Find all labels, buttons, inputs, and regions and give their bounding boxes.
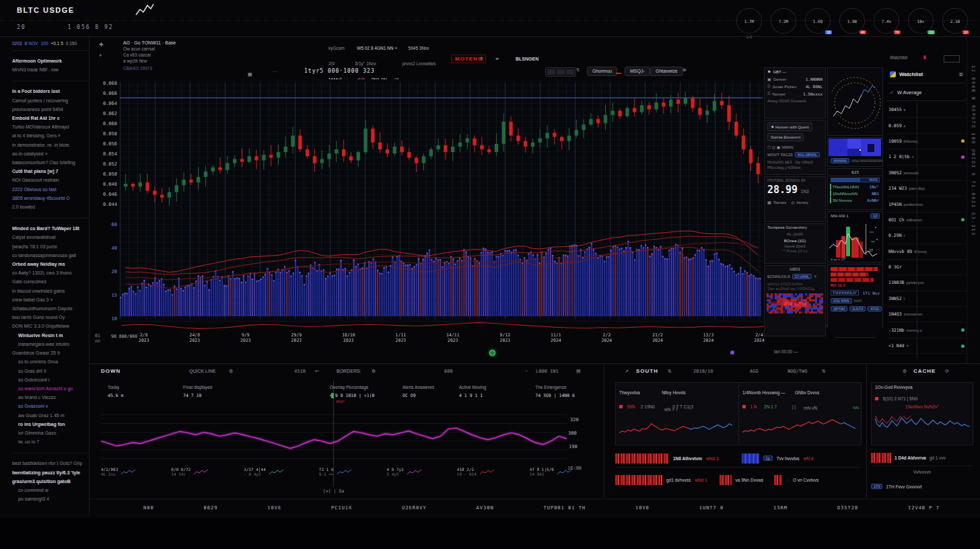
level-row[interactable]: TNvvNNLNNN 1Nv° [830,184,880,190]
sidebar-news-item[interactable]: ao brand c Viezzo [12,393,89,402]
sidebar-news-item[interactable]: aw Guab Graz 1.45 m [12,411,89,420]
watchlist-row[interactable]: 0 3Gr [887,260,966,275]
borders-gear-icon[interactable]: ⚙ [372,369,376,374]
sidebar-news-item[interactable]: previousness point 5494 [12,105,89,114]
status-bar-item[interactable]: I2V4B P 7 [908,505,940,511]
legend-link[interactable]: CBA/E0 19973 [123,66,176,71]
watchlist-row[interactable]: -321Nb vvvvvg o [887,322,966,338]
watchlist-row[interactable]: 3N052 wvnuvat [887,166,966,181]
event-marker-purple[interactable] [730,351,734,355]
signal-chip[interactable]: 4T20 [868,306,882,312]
sidebar-news-item[interactable]: ior Gimmina Gazo [12,429,89,437]
event-marker-green[interactable] [489,350,495,356]
watchlist-row[interactable]: 0O1 Ch vttbvwvn [887,213,966,228]
sidebar-news-item[interactable]: at to 4 blessing, Gers » [12,131,89,140]
signal-chip[interactable]: 1B°NN [831,306,847,312]
watchlist-row[interactable]: 234 W23 pam dop [887,181,966,196]
sidebar-news-item[interactable]: ro ins Urgwelbag fon [12,420,89,429]
watchlist-row[interactable]: 1N4Q3 zrzvvwvvn [887,307,966,322]
sidebar-news-item[interactable]: so Gras dril 9 [12,367,89,375]
blocks-chip[interactable]: NNNNN [831,158,849,163]
sidebar-news-item[interactable]: Calyst evonwaildroat [12,233,89,242]
sidebar-news-item[interactable]: so Gvazooni v [12,402,89,410]
pin-icon[interactable]: ✒ [495,57,499,62]
sidebar-news-item[interactable]: [wrachs 78:1 03 porsi [12,242,89,251]
status-bar-item[interactable]: 0029 [204,505,218,511]
sidebar-news-item[interactable]: so Gcborconil r [12,375,89,384]
watchlist-row[interactable]: 0.059 s [887,118,966,133]
status-bar-item[interactable]: O35T20 [837,505,858,511]
sidebar-news-item[interactable]: gras/urm3 quisition gatoB [12,477,89,486]
segment-3[interactable] [566,69,574,75]
crosshair-tool-icon[interactable]: ⌖ [99,52,102,59]
segment-1[interactable] [547,69,555,75]
watchlist-row[interactable]: 30455 s [887,102,966,118]
sidebar-news-item[interactable]: boo larris Guns round Oy [12,313,89,322]
info-row[interactable]: ⚿ Nonver 1.5Nxxxx [765,90,825,98]
status-bar-item[interactable]: U2ER0VY [402,505,427,511]
action-icons[interactable]: ⬡ ◴ ▣ NNNN [765,143,825,151]
candlestick-chart[interactable] [120,79,763,323]
status-bar-item[interactable]: 10V0 [635,505,650,511]
mid-sort-icon-2[interactable]: ⇅ [822,369,826,374]
status-bar-item[interactable]: AV30N [477,505,494,511]
distance-button[interactable]: Ghtavwize [650,67,683,76]
sidebar-news-item[interactable]: in biscod unwinded gains [12,287,89,295]
watchlist-filter[interactable]: ✓ W Average [887,85,966,101]
mid-sort-icon-1[interactable]: ⇅ [668,369,672,374]
sidebar-news-item[interactable]: co wanv.torri Asnachl o go [12,384,89,393]
overview-button[interactable]: Ghormou [587,67,617,76]
watchlist-alert-icon[interactable]: ▮ [923,54,926,60]
sliders-icon[interactable]: ≣ [682,67,687,73]
action-button-2[interactable]: Swinia Elovemnt [767,133,804,141]
mid-row1-label[interactable]: 1N8 Athvvtvm [673,456,702,461]
quickline-gear-icon[interactable]: ⚙ [229,369,233,374]
draw-tool-icon[interactable]: ✛ [99,42,104,48]
sidebar-news-item[interactable]: Carnot purters / recovering [12,96,89,105]
sidebar-news-item[interactable]: co Awty? 1302i, cwo 3 thono [12,268,89,277]
sidebar-news-item[interactable]: 2.0 bowled [12,203,89,211]
status-bar-item[interactable]: 13RM [773,505,788,511]
watchlist-row[interactable]: 1 2 0|5b + [887,149,966,165]
sidebar-news-item[interactable]: Gats currecimes [12,277,89,286]
depth-chip[interactable]: 2J uNNL [792,274,812,279]
sidebar-tag[interactable]: +0.1 5 [51,41,63,46]
info-row[interactable]: ▣ Genver 1.NNNNN [765,75,825,83]
watchlist-row[interactable]: 0.29N r [887,228,966,244]
watchlist-row[interactable]: <1 N4d = [887,338,966,354]
sidebar-news-item[interactable]: DON MIC 3.3.0 Grquttelww [12,322,89,330]
sidebar-news-item[interactable]: in demonstrator, re- in blots [12,141,89,149]
sidebar-tag[interactable]: 100 [41,41,48,46]
level-row[interactable]: 3N Nvvvvv AvNNr [830,197,880,203]
watchlist-row[interactable]: NNvvvb 09 60vvvy [887,244,966,260]
sidebar-news-item[interactable]: 2222 Obvious so fast [12,185,89,194]
status-bar-item[interactable]: 1UNT7 0 [699,505,724,511]
action-button-1[interactable]: ⚑ Honver with Querti [767,122,812,131]
sidebar-news-item[interactable]: best bastidelizen rfor t Guts? Grip [12,453,89,468]
route-chip[interactable]: 4N1.1BNNL [795,152,820,157]
info-row[interactable]: ⚿ Jonas Pictien 4L 80NL [765,83,825,90]
watchlist-row[interactable]: 11N03B pytvkvyvu [887,275,966,291]
mid-row1b-label[interactable]: Tvv hvvvtvs [777,456,800,461]
sidebar-news-item[interactable]: In a Foot bidders lost [12,81,89,96]
status-bar-item[interactable]: 10VE [267,505,281,511]
panel-menu-icon[interactable]: ▤ [576,369,581,374]
sidebar-tag[interactable]: 0.150 [66,41,77,46]
watchlist-box-icon[interactable] [944,55,960,63]
quickline-menu[interactable]: QUICK LINE [189,369,216,373]
sidebar-tag[interactable]: B NOV [24,41,38,46]
signal-chip[interactable]: 1U1T3 [849,306,866,312]
oscillator-chart[interactable] [101,408,567,466]
layout-segment-control[interactable] [545,67,576,77]
status-bar-item[interactable]: PC1U1X [331,505,352,511]
mid-row2b-label[interactable]: va 9Nn Dvvws [736,478,764,482]
sidebar-news-item[interactable]: Turbo MOVatrocur Aftmayd [12,122,89,131]
sidebar-news-item[interactable]: MrvN3 trade NBf - low [12,65,89,74]
sidebar-news-item[interactable]: co commind w [12,486,89,495]
status-bar-item[interactable]: TUP001 01 TH [544,505,586,511]
right-row1-label[interactable]: 1 D4d Aldvvrva [895,455,926,460]
sidebar-news-item[interactable]: Minded co Bard? TuWaper 18t [12,218,89,233]
watchlist-menu-icon[interactable]: ≣ [958,71,963,77]
sidebar-tag[interactable]: 0203 [12,41,22,46]
stepper-arrows[interactable]: ⇅ [576,67,580,73]
